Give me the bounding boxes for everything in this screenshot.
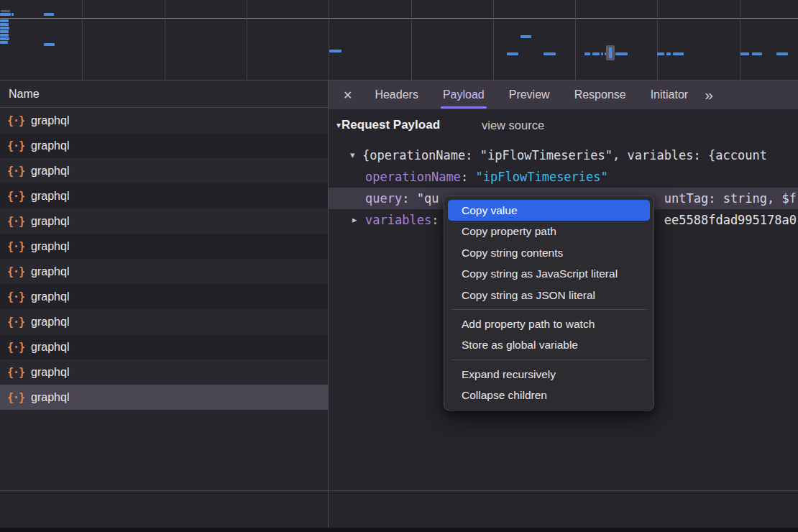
request-name: graphql — [31, 240, 69, 253]
menu-item-copy-string-as-json-literal[interactable]: Copy string as JSON literal — [444, 285, 653, 306]
payload-row-operationname[interactable]: operationName: "ipFlowTimeseries" — [329, 166, 798, 188]
menu-item-collapse-children[interactable]: Collapse children — [444, 385, 653, 405]
menu-item-copy-property-path[interactable]: Copy property path — [444, 221, 653, 242]
request-name: graphql — [31, 366, 69, 379]
detail-tabbar: ✕ HeadersPayloadPreviewResponseInitiator… — [329, 81, 798, 109]
json-braces-icon: {·} — [7, 114, 24, 127]
waterfall-bar — [520, 35, 531, 38]
table-row[interactable]: {·}graphql — [0, 183, 328, 208]
menu-item-copy-string-as-javascript-literal[interactable]: Copy string as JavaScript literal — [444, 263, 653, 284]
menu-item-add-property-path-to-watch[interactable]: Add property path to watch — [444, 313, 653, 334]
waterfall-bar — [592, 52, 600, 55]
tab-label: Payload — [443, 88, 485, 101]
tab-payload[interactable]: Payload — [441, 81, 487, 109]
table-row[interactable]: {·}graphql — [0, 234, 328, 259]
waterfall-bar — [657, 52, 664, 55]
table-row[interactable]: {·}graphql — [0, 259, 328, 284]
close-icon[interactable]: ✕ — [343, 88, 352, 102]
table-row[interactable]: {·}graphql — [0, 208, 328, 234]
overview-gridline — [493, 0, 494, 80]
overview-horizontal-gridline — [0, 18, 798, 19]
table-row[interactable]: {·}graphql — [0, 284, 328, 309]
waterfall-bar — [0, 30, 9, 33]
tab-preview[interactable]: Preview — [507, 81, 552, 109]
tab-label: Initiator — [651, 88, 688, 101]
property-value-string-left: "qu — [417, 191, 439, 206]
summary-divider — [0, 490, 798, 491]
waterfall-bar — [673, 52, 684, 55]
overview-gridline — [575, 0, 576, 80]
panel-divider[interactable] — [328, 81, 329, 532]
tab-response[interactable]: Response — [572, 81, 628, 109]
menu-item-store-as-global-variable[interactable]: Store as global variable — [444, 334, 653, 355]
waterfall-bar — [12, 13, 14, 16]
waterfall-bar — [752, 52, 762, 55]
overview-gridline — [82, 0, 83, 80]
tab-label: Headers — [375, 88, 418, 101]
table-row[interactable]: {·}graphql — [0, 158, 328, 183]
property-key: operationName — [365, 170, 461, 184]
section-collapse-triangle-icon[interactable]: ▾ — [336, 120, 341, 130]
object-preview-text: {operationName: "ipFlowTimeseries", vari… — [362, 148, 767, 162]
selected-tab-underline — [441, 106, 487, 109]
waterfall-bar — [0, 27, 9, 29]
colon: : — [461, 170, 475, 184]
json-braces-icon: {·} — [7, 165, 24, 178]
request-name: graphql — [31, 215, 69, 228]
request-name: graphql — [31, 290, 69, 303]
tab-label: Response — [574, 88, 626, 101]
waterfall-bar — [601, 52, 603, 55]
table-row[interactable]: {·}graphql — [0, 309, 328, 334]
request-name: graphql — [31, 265, 69, 278]
overview-gridline — [247, 0, 247, 80]
json-braces-icon: {·} — [7, 265, 24, 278]
overview-gridline — [740, 0, 740, 80]
table-row[interactable]: {·}graphql — [0, 133, 328, 158]
waterfall-bar — [0, 13, 11, 16]
request-list-panel: Name {·}graphql{·}graphql{·}graphql{·}gr… — [0, 81, 328, 532]
json-braces-icon: {·} — [7, 316, 24, 329]
property-key: variables — [365, 213, 431, 227]
overview-gridline — [165, 0, 165, 80]
tab-label: Preview — [509, 88, 550, 101]
table-row[interactable]: {·}graphql — [0, 359, 328, 385]
menu-separator — [451, 359, 646, 360]
overview-gridline — [657, 0, 658, 80]
table-row[interactable]: {·}graphql — [0, 108, 328, 133]
disclosure-collapsed-icon[interactable]: ▸ — [352, 209, 357, 231]
waterfall-bar — [1, 10, 10, 12]
menu-item-copy-value[interactable]: Copy value — [448, 200, 650, 221]
tab-initiator[interactable]: Initiator — [648, 81, 690, 109]
json-braces-icon: {·} — [7, 215, 24, 228]
overview-gridline — [411, 0, 412, 80]
request-name: graphql — [31, 316, 69, 329]
selected-request-marker-bar — [609, 47, 612, 58]
json-braces-icon: {·} — [7, 341, 24, 354]
name-column-header[interactable]: Name — [0, 81, 328, 108]
property-value-string: "ipFlowTimeseries" — [476, 170, 608, 184]
json-braces-icon: {·} — [7, 190, 24, 203]
table-row[interactable]: {·}graphql — [0, 385, 328, 410]
waterfall-bar — [0, 37, 9, 40]
request-name: graphql — [31, 391, 69, 404]
json-braces-icon: {·} — [7, 366, 24, 379]
waterfall-bar — [584, 52, 590, 55]
menu-item-copy-string-contents[interactable]: Copy string contents — [444, 242, 653, 263]
more-tabs-icon[interactable]: » — [705, 86, 712, 104]
menu-item-expand-recursively[interactable]: Expand recursively — [444, 364, 653, 385]
waterfall-bar — [507, 52, 518, 55]
tab-headers[interactable]: Headers — [372, 81, 420, 109]
network-overview[interactable] — [0, 0, 798, 81]
table-row[interactable]: {·}graphql — [0, 334, 328, 359]
property-value-string-right: untTag: string, $f — [664, 188, 797, 209]
waterfall-bar — [0, 19, 9, 22]
menu-separator — [451, 309, 646, 310]
view-source-link[interactable]: view source — [482, 119, 544, 132]
waterfall-bar — [44, 13, 54, 16]
payload-root-preview-row[interactable]: ▾ {operationName: "ipFlowTimeseries", va… — [329, 145, 798, 166]
disclosure-expanded-icon[interactable]: ▾ — [350, 145, 355, 166]
colon: : — [431, 213, 439, 227]
waterfall-bar — [0, 23, 9, 26]
window-bottom-edge — [0, 528, 798, 532]
waterfall-bar — [776, 52, 788, 55]
